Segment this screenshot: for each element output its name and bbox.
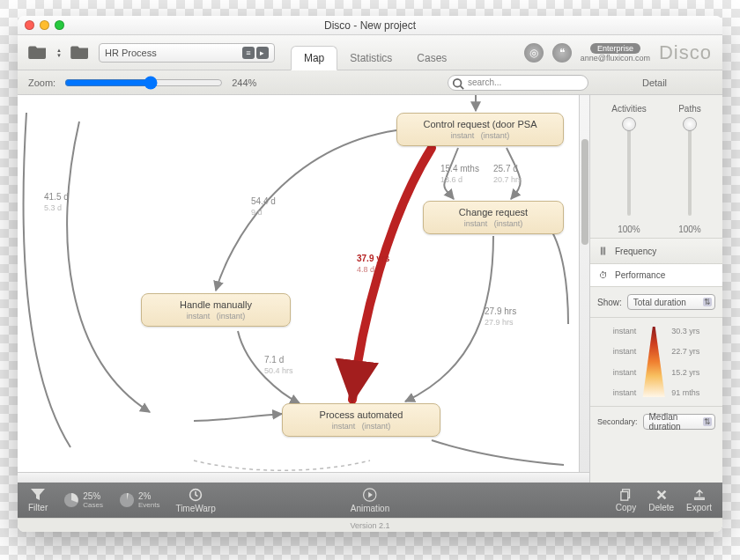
tally-icon: 𝍫	[599, 245, 608, 257]
color-gradient-legend: instant instant instant instant 30.3 yrs…	[590, 317, 722, 406]
gradient-bar	[641, 327, 666, 397]
node-title: Process automated	[292, 409, 431, 420]
app-logo: Disco	[659, 41, 712, 64]
plan-badge: Enterprise	[590, 43, 640, 54]
maximize-icon[interactable]	[55, 20, 64, 30]
edge-label: 27.9 hrs27.9 hrs	[485, 306, 516, 328]
timewarp-button[interactable]: TimeWarp	[175, 488, 215, 513]
main-tabs: Map Statistics Cases	[291, 35, 459, 70]
cases-pie[interactable]: 25%Cases	[63, 491, 103, 509]
edge-label-highlight: 37.9 yrs4.8 d	[357, 254, 389, 275]
tab-map[interactable]: Map	[291, 46, 337, 70]
tab-cases[interactable]: Cases	[404, 47, 459, 70]
copy-button[interactable]: Copy	[616, 489, 636, 512]
stopwatch-icon: ⏱	[599, 270, 608, 280]
paths-slider[interactable]: Paths 100%	[678, 104, 701, 234]
minimize-icon[interactable]	[40, 20, 49, 30]
project-name: HR Process	[105, 48, 157, 58]
zoom-label: Zoom:	[28, 77, 56, 88]
content: Control request (door PSA instant (insta…	[18, 95, 722, 483]
detail-heading: Detail	[597, 77, 712, 88]
show-select[interactable]: Total duration	[627, 294, 715, 310]
edge-label: 25.7 d20.7 hrs	[493, 164, 522, 185]
events-pie[interactable]: 2%Events	[119, 491, 159, 509]
search-input[interactable]: search...	[448, 75, 588, 91]
search-placeholder: search...	[468, 77, 501, 87]
edge-label: 54.4 d9 d	[251, 196, 276, 217]
metric-performance[interactable]: ⏱ Performance	[590, 263, 722, 286]
close-icon[interactable]	[25, 20, 34, 30]
subbar: Zoom: 244% search... Detail	[18, 70, 722, 95]
edge-label: 15.4 mths13.6 d	[440, 164, 479, 185]
footer-toolbar: Filter 25%Cases 2%Events TimeWarp Animat…	[18, 483, 722, 518]
edge-label: 41.5 d5.3 d	[44, 192, 69, 213]
zoom-slider[interactable]	[64, 76, 223, 90]
project-select[interactable]: HR Process ≡▸	[99, 43, 275, 63]
process-map-canvas[interactable]: Control request (door PSA instant (insta…	[18, 95, 590, 483]
chat-icon[interactable]: ❝	[552, 43, 572, 63]
delete-button[interactable]: Delete	[648, 489, 674, 512]
folder-icon[interactable]	[70, 43, 90, 63]
horizontal-scrollbar[interactable]	[18, 472, 589, 483]
user-block[interactable]: Enterprise anne@fluxicon.com	[581, 43, 650, 63]
secondary-select[interactable]: Median duration	[643, 414, 715, 430]
filter-button[interactable]: Filter	[28, 489, 48, 512]
project-badges: ≡▸	[242, 47, 269, 59]
toolbar: ▲▼ HR Process ≡▸ Map Statistics Cases ◎ …	[18, 35, 722, 70]
titlebar: Disco - New project	[18, 16, 722, 35]
activities-slider[interactable]: Activities 100%	[611, 104, 646, 234]
export-button[interactable]: Export	[686, 489, 712, 512]
show-label: Show:	[597, 298, 622, 307]
tab-statistics[interactable]: Statistics	[337, 47, 404, 70]
user-email: anne@fluxicon.com	[581, 54, 650, 63]
version-label: Version 2.1	[18, 518, 722, 532]
detail-panel: Activities 100% Paths 100% 𝍫 Frequency ⏱…	[590, 95, 722, 483]
svg-rect-7	[620, 491, 627, 500]
vertical-scrollbar[interactable]	[579, 95, 589, 472]
svg-line-1	[461, 85, 464, 89]
app-window: Disco - New project ▲▼ HR Process ≡▸ Map…	[18, 16, 722, 532]
updown-icon[interactable]: ▲▼	[56, 48, 62, 58]
metric-frequency[interactable]: 𝍫 Frequency	[590, 238, 722, 263]
secondary-label: Secondary:	[597, 417, 638, 426]
svg-point-0	[454, 78, 462, 86]
node-title: Handle manually	[151, 299, 281, 310]
node-title: Control request (door PSA	[406, 119, 554, 129]
zoom-value: 244%	[232, 77, 256, 88]
node-handle-manually[interactable]: Handle manually instant (instant)	[141, 293, 291, 327]
node-title: Change request	[433, 207, 554, 217]
node-change-request[interactable]: Change request instant (instant)	[423, 201, 564, 234]
animation-button[interactable]: Animation	[351, 488, 389, 513]
edge-label: 7.1 d50.4 hrs	[264, 355, 293, 376]
help-icon[interactable]: ◎	[524, 43, 544, 63]
node-process-automated[interactable]: Process automated instant (instant)	[282, 403, 440, 437]
window-title: Disco - New project	[324, 19, 416, 32]
node-control-request[interactable]: Control request (door PSA instant (insta…	[396, 113, 564, 146]
open-folder-icon[interactable]	[28, 43, 48, 63]
